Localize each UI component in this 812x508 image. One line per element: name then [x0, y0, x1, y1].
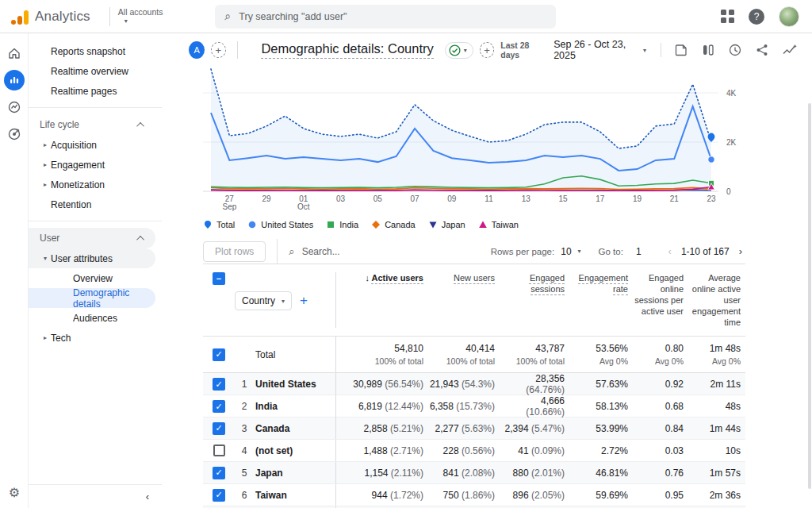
sidebar-section-user[interactable]: User — [29, 228, 155, 248]
rail-explore-button[interactable] — [4, 97, 25, 117]
collapse-sidebar-button[interactable]: ‹ — [29, 484, 162, 508]
sidebar-item-reports-snapshot[interactable]: Reports snapshot — [29, 41, 155, 61]
sidebar-item-audiences[interactable]: Audiences — [29, 308, 155, 328]
column-header-engaged-online-sessions-per-active-user[interactable]: Engaged online sessions per active user — [633, 272, 688, 317]
legend-item-canada[interactable]: Canada — [371, 220, 416, 229]
apps-grid-icon[interactable] — [721, 10, 734, 23]
metric-value: 0.76 — [665, 468, 684, 479]
row-checkbox[interactable]: ✓ — [213, 378, 225, 391]
trend-chart[interactable]: 4K2K027Sep2901Oct0305070911131517192123 — [203, 67, 745, 211]
legend-item-taiwan[interactable]: Taiwan — [478, 220, 519, 229]
legend-item-total[interactable]: Total — [203, 220, 235, 229]
sidebar-item-realtime-pages[interactable]: Realtime pages — [29, 81, 155, 101]
metric-percent: (12.44%) — [385, 401, 423, 412]
sidebar-divider — [29, 107, 162, 108]
report-builder-avatar[interactable]: A — [189, 41, 205, 59]
sidebar-item-acquisition[interactable]: ▸Acquisition — [29, 135, 155, 155]
metric-value: 4,666 — [541, 395, 565, 406]
prev-page-icon[interactable]: ‹ — [665, 245, 675, 257]
legend-item-japan[interactable]: Japan — [428, 220, 465, 229]
metric-cell: 46.81% — [569, 468, 633, 479]
row-checkbox[interactable]: ✓ — [213, 422, 225, 435]
collapse-arrow-icon: ▸ — [40, 141, 51, 148]
svg-text:19: 19 — [633, 194, 642, 203]
global-search-input[interactable]: ⌕ Try searching "add user" — [215, 5, 556, 29]
dimension-select[interactable]: Country ▾ — [235, 291, 292, 310]
column-header-engagement-rate[interactable]: Engagement rate — [569, 272, 633, 294]
metric-percent: (2.71%) — [390, 445, 423, 456]
divider — [109, 7, 110, 26]
report-main: A + Demographic details: Country ▾ + Las… — [162, 33, 812, 508]
rail-advertising-button[interactable] — [4, 124, 25, 144]
svg-text:03: 03 — [336, 194, 346, 203]
rail-home-button[interactable] — [4, 43, 25, 64]
account-switcher[interactable]: All accounts ▾ — [118, 8, 163, 25]
insights-clock-icon[interactable] — [728, 43, 742, 57]
sidebar-item-label: Retention — [51, 199, 91, 210]
totals-checkbox[interactable]: ✓ — [213, 348, 225, 361]
share-icon[interactable] — [755, 43, 769, 57]
notes-icon[interactable] — [674, 43, 688, 57]
trending-insights-icon[interactable] — [782, 43, 798, 57]
metric-percent: (1.72%) — [390, 490, 423, 501]
sidebar-item-label: User attributes — [51, 253, 113, 264]
row-number: 6 — [235, 490, 254, 501]
add-comparison-button[interactable]: + — [211, 42, 225, 58]
sidebar-item-demographic-details[interactable]: Demographic details — [29, 288, 155, 308]
sidebar-item-realtime-overview[interactable]: Realtime overview — [29, 61, 155, 81]
column-header-average-online-active-user-engagement-time[interactable]: Average online active user engagement ti… — [688, 272, 745, 328]
rail-reports-button[interactable] — [4, 70, 25, 90]
table-row-india: ✓2India6,819 (12.44%)6,358 (15.73%)4,666… — [203, 395, 745, 418]
go-to-input[interactable]: 1 — [630, 244, 648, 259]
metric-cell: 1,154 (2.11%) — [336, 468, 428, 479]
add-metric-button[interactable]: + — [300, 293, 308, 309]
sidebar-item-label: Monetization — [51, 179, 105, 190]
select-all-checkbox[interactable]: − — [213, 272, 225, 285]
row-number: 3 — [235, 423, 254, 434]
metric-value: 30,989 — [353, 379, 382, 390]
report-header: A + Demographic details: Country ▾ + Las… — [189, 33, 812, 67]
rows-per-page-select[interactable]: 10 — [561, 246, 571, 257]
metric-cell: 1,488 (2.71%) — [336, 445, 428, 456]
row-checkbox[interactable] — [213, 444, 225, 456]
page-scrollbar[interactable] — [808, 103, 811, 489]
column-header-new-users[interactable]: New users — [428, 272, 500, 283]
row-checkbox[interactable]: ✓ — [213, 489, 225, 502]
row-checkbox[interactable]: ✓ — [213, 400, 225, 413]
sidebar-item-monetization[interactable]: ▸Monetization — [29, 175, 155, 194]
date-range-picker[interactable]: Sep 26 - Oct 23, 2025 — [553, 39, 632, 61]
sidebar-section-life-cycle[interactable]: Life cycle — [29, 114, 155, 135]
user-avatar[interactable] — [779, 6, 799, 27]
column-label: Engaged online sessions per active user — [634, 273, 684, 316]
table-row-japan: ✓5Japan1,154 (2.11%)841 (2.08%)880 (2.01… — [203, 462, 745, 484]
sidebar-item-overview[interactable]: Overview — [29, 268, 155, 288]
help-icon[interactable]: ? — [749, 9, 764, 25]
report-title[interactable]: Demographic details: Country — [261, 41, 433, 59]
row-checkbox[interactable]: ✓ — [213, 467, 225, 479]
chevron-down-icon: ▾ — [282, 298, 285, 305]
metric-cell: 10s — [688, 445, 745, 456]
legend-item-united-states[interactable]: United States — [247, 220, 313, 229]
sidebar-item-retention[interactable]: Retention — [29, 194, 155, 214]
add-report-button[interactable]: + — [480, 42, 494, 58]
sidebar-item-user-attributes[interactable]: ▾User attributes — [29, 248, 155, 268]
next-page-icon[interactable]: › — [736, 245, 745, 257]
metric-cell: 2m 36s — [688, 490, 745, 501]
column-header-active-users[interactable]: ↓ Active users — [336, 272, 428, 283]
divider — [277, 239, 278, 264]
report-status-badge[interactable]: ▾ — [445, 42, 473, 59]
column-header-engaged-sessions[interactable]: Engaged sessions — [500, 272, 569, 294]
plot-rows-button[interactable]: Plot rows — [203, 241, 266, 262]
sidebar-item-tech[interactable]: ▸Tech — [29, 328, 155, 348]
compare-icon[interactable] — [701, 43, 715, 57]
chevron-down-icon[interactable]: ▾ — [578, 248, 581, 255]
table-search-input[interactable]: ⌕ Search... — [289, 245, 339, 258]
legend-item-india[interactable]: India — [326, 220, 358, 229]
table-controls: Plot rows ⌕ Search... Rows per page: 10 … — [203, 239, 745, 264]
admin-gear-icon[interactable]: ⚙ — [0, 485, 29, 500]
metric-cell: 0.95 — [633, 490, 688, 501]
sidebar-item-engagement[interactable]: ▸Engagement — [29, 155, 155, 175]
sidebar-item-label: Engagement — [51, 160, 105, 171]
metric-cell: 880 (2.01%) — [500, 468, 569, 479]
country-name: Canada — [254, 418, 336, 439]
